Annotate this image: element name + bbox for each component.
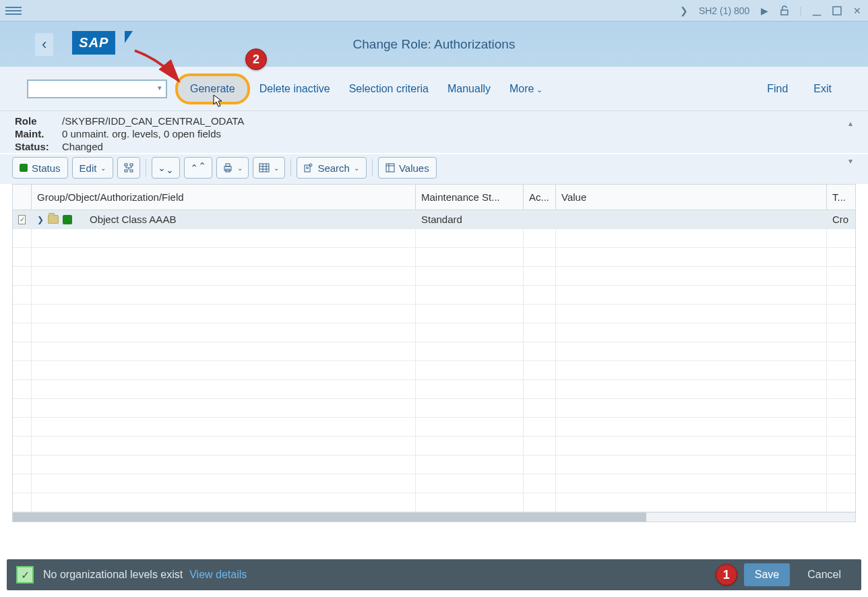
org-levels-button[interactable]: [117, 157, 140, 179]
more-button[interactable]: More⌄: [500, 77, 552, 100]
delete-inactive-button[interactable]: Delete inactive: [250, 77, 340, 100]
hamburger-icon[interactable]: [5, 3, 22, 19]
folder-icon: [48, 215, 59, 224]
status-label: Status:: [15, 141, 62, 153]
row-maint: Standard: [416, 210, 524, 228]
annotation-badge-1: 1: [716, 564, 737, 586]
values-button[interactable]: Values: [378, 157, 437, 179]
row-checkbox[interactable]: ✓: [18, 215, 26, 224]
info-panel: Role/SKYBFR/IDD_CAN_CENTRAL_ODATA Maint.…: [0, 111, 868, 153]
status-button[interactable]: Status: [12, 157, 68, 179]
row-label: Object Class AAAB: [90, 214, 176, 225]
table-row[interactable]: ✓ ❯ Object Class AAAB Standard Cro: [13, 210, 855, 229]
system-id: SH2 (1) 800: [699, 5, 749, 16]
app-header: ‹ SAP Change Role: Authorizations: [0, 22, 868, 67]
maximize-icon[interactable]: [832, 5, 842, 16]
svg-rect-0: [833, 7, 841, 15]
svg-rect-1: [125, 164, 127, 166]
minimize-icon[interactable]: _: [811, 3, 822, 13]
maint-label: Maint.: [15, 128, 62, 139]
page-title: Change Role: Authorizations: [353, 37, 516, 52]
col-group[interactable]: Group/Object/Authorization/Field: [32, 185, 416, 210]
row-t: Cro: [827, 210, 848, 228]
grid-header: Group/Object/Authorization/Field Mainten…: [13, 185, 855, 210]
status-indicator: [63, 215, 72, 224]
cancel-button[interactable]: Cancel: [797, 563, 852, 586]
svg-rect-11: [386, 164, 394, 172]
exit-button[interactable]: Exit: [804, 77, 841, 100]
toolbar: Generate Delete inactive Selection crite…: [0, 67, 868, 111]
expand-all-button[interactable]: ⌄⌄: [152, 157, 180, 179]
button-bar: Status Edit⌄ ⌄⌄ ⌄⌄ ⌄ ⌄ Search⌄ Values: [0, 154, 868, 184]
collapse-all-button[interactable]: ⌄⌄: [184, 157, 212, 179]
annotation-badge-2: 2: [245, 49, 267, 70]
svg-rect-4: [130, 170, 133, 172]
back-button[interactable]: ‹: [35, 33, 53, 56]
role-value: /SKYBFR/IDD_CAN_CENTRAL_ODATA: [62, 115, 244, 127]
role-label: Role: [15, 115, 62, 127]
play-icon[interactable]: ▶: [759, 5, 770, 16]
col-value[interactable]: Value: [556, 185, 827, 210]
status-bar: ✓ No organizational levels exist View de…: [7, 559, 861, 590]
save-button[interactable]: Save: [744, 563, 790, 586]
maint-value: 0 unmaint. org. levels, 0 open fields: [62, 128, 221, 139]
vertical-scrollbar[interactable]: ▴▾: [845, 119, 856, 166]
svg-rect-6: [226, 164, 230, 166]
title-bar: ❯ SH2 (1) 800 ▶ | _ ✕: [0, 0, 868, 22]
horizontal-scrollbar[interactable]: [13, 512, 855, 522]
auth-grid: Group/Object/Authorization/Field Mainten…: [12, 184, 856, 522]
expand-icon[interactable]: ❯: [37, 215, 44, 224]
status-message: No organizational levels exist: [43, 569, 183, 581]
close-icon[interactable]: ✕: [852, 5, 863, 16]
edit-button[interactable]: Edit⌄: [72, 157, 114, 179]
find-button[interactable]: Find: [757, 77, 797, 100]
col-ac[interactable]: Ac...: [524, 185, 556, 210]
print-button[interactable]: ⌄: [216, 157, 249, 179]
col-t[interactable]: T...: [827, 185, 848, 210]
svg-rect-3: [125, 170, 127, 172]
lock-open-icon[interactable]: [779, 5, 790, 16]
view-details-link[interactable]: View details: [189, 569, 247, 581]
search-button[interactable]: Search⌄: [297, 157, 367, 179]
col-maint[interactable]: Maintenance St...: [416, 185, 524, 210]
svg-rect-8: [259, 164, 269, 172]
generate-button[interactable]: Generate: [175, 73, 250, 104]
status-value: Changed: [62, 141, 103, 153]
selection-criteria-button[interactable]: Selection criteria: [340, 77, 438, 100]
spreadsheet-button[interactable]: ⌄: [253, 157, 285, 179]
svg-rect-2: [130, 164, 133, 166]
manually-button[interactable]: Manually: [438, 77, 500, 100]
success-icon: ✓: [16, 566, 34, 584]
chevron-right-icon[interactable]: ❯: [679, 5, 689, 16]
sap-logo: SAP: [72, 31, 125, 58]
command-input[interactable]: [27, 80, 167, 98]
